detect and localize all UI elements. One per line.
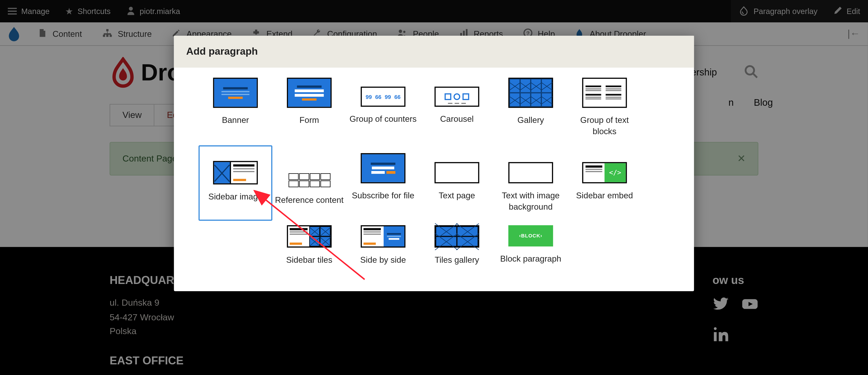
- paragraph-group-text-blocks[interactable]: Group of text blocks: [567, 73, 642, 145]
- paragraph-sidebar-tiles[interactable]: Sidebar tiles: [272, 221, 346, 274]
- paragraph-tiles-gallery[interactable]: Tiles gallery: [420, 221, 494, 274]
- paragraph-group-counters[interactable]: 99669966 Group of counters: [346, 82, 420, 145]
- add-paragraph-modal: Add paragraph Banner Form 99669966 Group…: [174, 36, 694, 291]
- paragraph-text-image-bg[interactable]: Text with image background: [494, 158, 568, 221]
- paragraph-banner[interactable]: Banner: [198, 73, 272, 145]
- paragraph-side-by-side[interactable]: Side by side: [346, 221, 420, 274]
- paragraph-sidebar-image[interactable]: Sidebar image: [198, 145, 272, 221]
- paragraph-text-page[interactable]: Text page: [420, 158, 494, 221]
- modal-title: Add paragraph: [174, 36, 694, 68]
- paragraph-subscribe-file[interactable]: Subscribe for file: [346, 149, 420, 221]
- paragraph-sidebar-embed[interactable]: </> Sidebar embed: [567, 158, 642, 221]
- paragraph-gallery[interactable]: Gallery: [494, 73, 568, 145]
- modal-body: Banner Form 99669966 Group of counters C…: [174, 68, 694, 291]
- paragraph-block[interactable]: ‹ BLOCK › Block paragraph: [494, 221, 568, 274]
- paragraph-reference-content[interactable]: Reference content: [272, 168, 346, 221]
- paragraph-carousel[interactable]: Carousel: [420, 82, 494, 145]
- paragraph-form[interactable]: Form: [272, 73, 346, 145]
